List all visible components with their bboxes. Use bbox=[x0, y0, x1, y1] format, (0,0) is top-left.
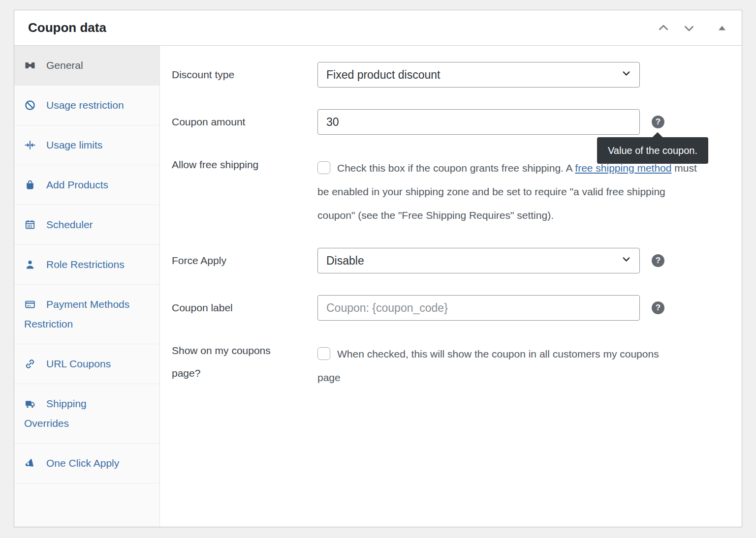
show-on-coupons-page-row: Show on my coupons page? When checked, t… bbox=[172, 342, 722, 389]
allow-free-shipping-row: Allow free shipping Check this box if th… bbox=[172, 156, 722, 227]
force-apply-select[interactable]: Disable bbox=[317, 248, 640, 273]
tab-label: Usage restriction bbox=[46, 99, 124, 111]
credit-card-icon bbox=[24, 299, 36, 310]
megaphone-icon bbox=[24, 457, 36, 469]
tab-add-products[interactable]: Add Products bbox=[14, 165, 159, 205]
force-apply-value: Disable bbox=[326, 254, 364, 268]
tab-label: General bbox=[46, 60, 83, 71]
allow-free-shipping-label: Allow free shipping bbox=[172, 153, 317, 176]
force-apply-label: Force Apply bbox=[172, 249, 317, 272]
help-icon[interactable]: ? bbox=[652, 116, 664, 128]
discount-type-label: Discount type bbox=[172, 63, 317, 86]
discount-type-select[interactable]: Fixed product discount bbox=[317, 62, 640, 88]
free-shipping-method-link[interactable]: free shipping method bbox=[575, 162, 671, 174]
tab-label: One Click Apply bbox=[46, 457, 119, 469]
panel-title: Coupon data bbox=[28, 20, 106, 35]
allow-free-shipping-checkbox[interactable] bbox=[317, 161, 330, 174]
tab-label: Payment Methods Restriction bbox=[24, 299, 129, 329]
discount-type-value: Fixed product discount bbox=[326, 68, 440, 82]
chevron-down-icon bbox=[621, 68, 631, 82]
triangle-up-icon bbox=[717, 23, 727, 33]
tab-shipping-overrides[interactable]: Shipping Overrides bbox=[14, 384, 159, 444]
coupon-amount-tooltip: Value of the coupon. bbox=[597, 137, 708, 164]
compress-arrows-icon bbox=[24, 139, 36, 151]
toggle-panel-button[interactable] bbox=[714, 21, 730, 35]
move-down-button[interactable] bbox=[680, 20, 698, 36]
tab-scheduler[interactable]: Scheduler bbox=[14, 205, 159, 245]
coupon-data-tabs: General Usage restriction Usage limits A… bbox=[14, 46, 160, 527]
calendar-icon bbox=[24, 219, 36, 231]
discount-type-row: Discount type Fixed product discount bbox=[172, 62, 722, 88]
coupon-label-label: Coupon label bbox=[172, 297, 317, 319]
description-text: Check this box if the coupon grants free… bbox=[337, 162, 575, 174]
help-icon[interactable]: ? bbox=[652, 254, 664, 267]
chevron-down-icon bbox=[683, 22, 695, 34]
force-apply-row: Force Apply Disable ? bbox=[172, 248, 722, 273]
metabox-header: Coupon data bbox=[14, 10, 742, 46]
show-on-coupons-page-description: When checked, this will show the coupon … bbox=[317, 342, 683, 389]
tab-role-restrictions[interactable]: Role Restrictions bbox=[14, 245, 159, 285]
metabox-controls bbox=[654, 20, 730, 36]
coupon-amount-row: Coupon amount ? Value of the coupon. bbox=[172, 109, 722, 135]
general-tab-panel: Discount type Fixed product discount Cou… bbox=[160, 46, 742, 527]
circle-slash-icon bbox=[24, 99, 36, 111]
show-on-coupons-page-label: Show on my coupons page? bbox=[172, 339, 317, 385]
shopping-bag-icon bbox=[24, 179, 36, 191]
description-text: When checked, this will show the coupon … bbox=[317, 348, 659, 383]
coupon-amount-input[interactable] bbox=[317, 109, 640, 135]
show-on-coupons-page-checkbox[interactable] bbox=[317, 347, 330, 360]
tab-label: Add Products bbox=[46, 179, 108, 190]
coupon-data-metabox: Coupon data bbox=[14, 10, 742, 527]
tab-payment-methods-restriction[interactable]: Payment Methods Restriction bbox=[14, 285, 159, 344]
chevron-up-icon bbox=[657, 22, 670, 34]
tooltip-text: Value of the coupon. bbox=[608, 145, 697, 156]
help-icon[interactable]: ? bbox=[652, 301, 664, 314]
link-icon bbox=[24, 358, 36, 370]
tab-general[interactable]: General bbox=[14, 46, 159, 86]
user-icon bbox=[24, 259, 36, 270]
tooltip-caret bbox=[652, 132, 663, 144]
coupon-label-input[interactable] bbox=[317, 295, 640, 321]
tab-url-coupons[interactable]: URL Coupons bbox=[14, 344, 159, 384]
ticket-icon bbox=[24, 60, 36, 71]
tab-label: Usage limits bbox=[46, 139, 102, 150]
tab-label: Scheduler bbox=[46, 219, 93, 230]
allow-free-shipping-description: Check this box if the coupon grants free… bbox=[317, 156, 699, 227]
move-up-button[interactable] bbox=[654, 20, 673, 36]
coupon-amount-label: Coupon amount bbox=[172, 111, 317, 133]
tab-usage-limits[interactable]: Usage limits bbox=[14, 125, 159, 165]
truck-icon bbox=[24, 398, 36, 410]
tab-one-click-apply[interactable]: One Click Apply bbox=[14, 444, 159, 483]
chevron-down-icon bbox=[621, 254, 631, 268]
tab-label: Role Restrictions bbox=[46, 259, 125, 270]
tab-usage-restriction[interactable]: Usage restriction bbox=[14, 86, 159, 125]
coupon-label-row: Coupon label ? bbox=[172, 295, 722, 321]
tab-label: URL Coupons bbox=[46, 358, 111, 369]
